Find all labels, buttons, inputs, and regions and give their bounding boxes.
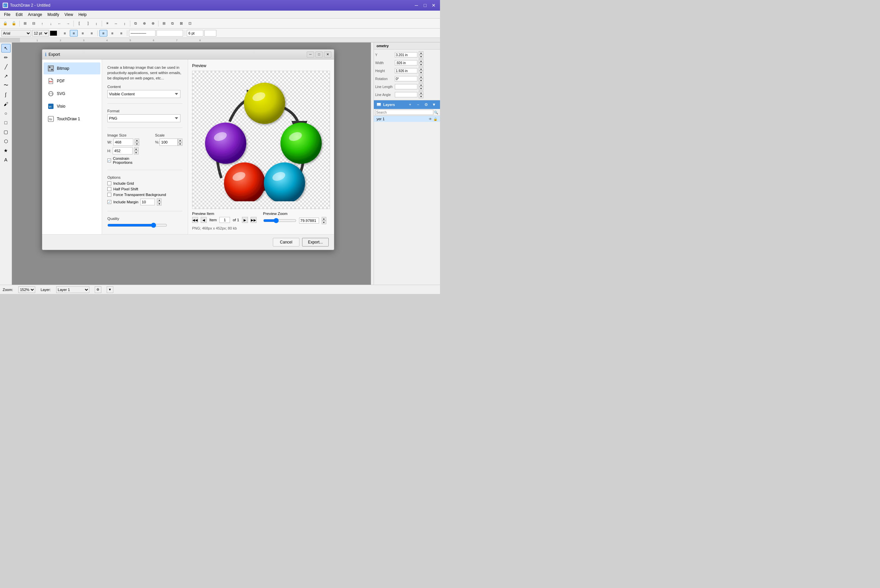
- margin-up-button[interactable]: ▲: [157, 198, 162, 202]
- format-select[interactable]: PNG JPEG TIFF BMP: [107, 114, 180, 122]
- width-geo-input[interactable]: [395, 60, 417, 66]
- line-angle-input[interactable]: [395, 92, 417, 98]
- layers-add-button[interactable]: +: [407, 102, 413, 108]
- line-color-box[interactable]: [204, 30, 216, 36]
- tb13[interactable]: ⊗: [149, 20, 157, 27]
- ll-up-btn[interactable]: ▲: [419, 83, 423, 87]
- line-end-select[interactable]: [156, 30, 183, 36]
- sidebar-scrollbar[interactable]: [371, 42, 374, 285]
- pen-tool[interactable]: ✏: [2, 53, 11, 62]
- w-down-btn[interactable]: ▼: [419, 63, 423, 66]
- line-length-input[interactable]: [395, 84, 417, 89]
- tb5[interactable]: ←: [56, 20, 63, 27]
- line-height-1-btn[interactable]: ≡: [99, 30, 107, 36]
- tb16[interactable]: ⊠: [177, 20, 185, 27]
- menu-arrange[interactable]: Arrange: [25, 12, 45, 18]
- height-geo-input[interactable]: [395, 68, 417, 74]
- maximize-button[interactable]: □: [421, 2, 429, 9]
- y-up-btn[interactable]: ▲: [419, 51, 423, 55]
- layers-expand-button[interactable]: ▼: [431, 102, 437, 108]
- y-down-btn[interactable]: ▼: [419, 55, 423, 58]
- polygon-tool[interactable]: ⬡: [2, 137, 11, 146]
- layer-select[interactable]: Layer 1: [56, 286, 89, 293]
- layer-lock-icon[interactable]: 🔒: [433, 117, 437, 121]
- text-tool[interactable]: A: [2, 156, 11, 164]
- ll-down-btn[interactable]: ▼: [419, 87, 423, 90]
- sidebar-item-svg[interactable]: SVG: [44, 88, 101, 100]
- menu-edit[interactable]: Edit: [13, 12, 25, 18]
- flip-h-btn[interactable]: ↔: [112, 20, 120, 27]
- layer-expand-status-button[interactable]: ▼: [107, 286, 113, 293]
- tb3[interactable]: ↑: [38, 20, 46, 27]
- tb8[interactable]: ⟧: [84, 20, 92, 27]
- lock-btn[interactable]: 🔒: [2, 20, 9, 27]
- zoom-select[interactable]: 152% 100% 75% 50%: [18, 286, 35, 293]
- rounded-rect-tool[interactable]: ▢: [2, 128, 11, 136]
- line-size-input[interactable]: 6 pt: [187, 30, 203, 36]
- h-down-btn[interactable]: ▼: [419, 71, 423, 74]
- flip-v-btn[interactable]: ↕: [121, 20, 129, 27]
- font-size-select[interactable]: 12 pt: [32, 30, 49, 36]
- select-tool[interactable]: ↖: [2, 44, 11, 52]
- align-right-btn[interactable]: ≡: [79, 30, 87, 36]
- modal-maximize-button[interactable]: □: [315, 51, 323, 57]
- sidebar-item-touchdraw1[interactable]: TD TouchDraw 1: [44, 113, 101, 125]
- rotation-input[interactable]: [395, 76, 417, 81]
- la-up-btn[interactable]: ▲: [419, 91, 423, 94]
- tb10[interactable]: ☀: [104, 20, 111, 27]
- align-center-btn[interactable]: ≡: [70, 30, 78, 36]
- export-button[interactable]: Export...: [302, 238, 329, 246]
- align-justify-btn[interactable]: ≡: [88, 30, 96, 36]
- width-down-button[interactable]: ▼: [135, 142, 139, 146]
- zoom-down-button[interactable]: ▼: [322, 220, 326, 224]
- preview-next-button[interactable]: ▶: [242, 217, 248, 223]
- tb6[interactable]: →: [64, 20, 72, 27]
- rot-up-btn[interactable]: ▲: [419, 75, 423, 79]
- preview-prev-button[interactable]: ◀: [201, 217, 207, 223]
- tb14[interactable]: ⊞: [160, 20, 168, 27]
- tb9[interactable]: ↕: [92, 20, 101, 27]
- color-picker[interactable]: [50, 31, 57, 36]
- y-input[interactable]: [395, 52, 417, 57]
- force-transparent-checkbox[interactable]: [107, 193, 111, 196]
- layer-visibility-icon[interactable]: 👁: [429, 117, 432, 121]
- h-up-btn[interactable]: ▲: [419, 67, 423, 71]
- w-up-btn[interactable]: ▲: [419, 59, 423, 63]
- tb2[interactable]: ⊟: [30, 20, 38, 27]
- spline-tool[interactable]: 〜: [2, 81, 11, 90]
- zoom-value-input[interactable]: [299, 218, 319, 224]
- menu-modify[interactable]: Modify: [45, 12, 62, 18]
- layer-item[interactable]: yer 1 👁 🔒: [374, 116, 440, 122]
- preview-item-input[interactable]: [219, 217, 230, 223]
- preview-first-button[interactable]: ◀◀: [192, 217, 198, 223]
- content-select[interactable]: Visible Content All Content Selected Con…: [107, 90, 180, 98]
- cancel-button[interactable]: Cancel: [273, 238, 299, 246]
- arrow-tool[interactable]: ↗: [2, 72, 11, 80]
- rot-down-btn[interactable]: ▼: [419, 79, 423, 82]
- width-up-button[interactable]: ▲: [135, 138, 139, 142]
- sidebar-item-pdf[interactable]: PDF PDF: [44, 75, 101, 87]
- menu-view[interactable]: View: [62, 12, 76, 18]
- paint-tool[interactable]: 🖌: [2, 100, 11, 108]
- minimize-button[interactable]: ─: [413, 2, 420, 9]
- constrain-checkbox[interactable]: ✓: [107, 159, 111, 162]
- height-down-button[interactable]: ▼: [134, 151, 138, 154]
- line-height-2-btn[interactable]: ≡: [108, 30, 116, 36]
- zoom-up-button[interactable]: ▲: [322, 217, 326, 220]
- star-tool[interactable]: ★: [2, 146, 11, 155]
- quality-slider[interactable]: [107, 223, 167, 228]
- la-down-btn[interactable]: ▼: [419, 94, 423, 98]
- sidebar-item-bitmap[interactable]: Bitmap: [44, 63, 101, 74]
- menu-file[interactable]: File: [2, 12, 13, 18]
- layers-search-input[interactable]: [375, 110, 433, 115]
- tb12[interactable]: ⊕: [140, 20, 148, 27]
- ellipse-tool[interactable]: ○: [2, 109, 11, 118]
- tb4[interactable]: ↓: [47, 20, 55, 27]
- lock2-btn[interactable]: 🔓: [10, 20, 18, 27]
- preview-last-button[interactable]: ▶▶: [251, 217, 257, 223]
- rect-tool[interactable]: □: [2, 118, 11, 127]
- layer-settings-status-button[interactable]: ⚙: [95, 286, 101, 293]
- line-style-select[interactable]: ──────: [129, 30, 156, 36]
- height-input[interactable]: [113, 147, 132, 154]
- layers-search-button[interactable]: 🔍: [433, 110, 438, 115]
